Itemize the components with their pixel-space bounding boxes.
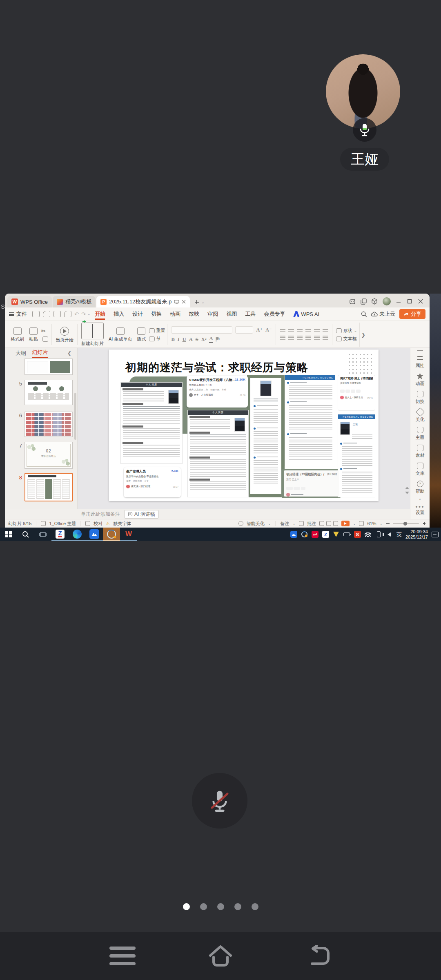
- current-slide[interactable]: 初期的迷茫与尝试：求职经历与策略 个人简历: [109, 350, 379, 501]
- zoom-in-icon[interactable]: [422, 521, 426, 526]
- theme-name[interactable]: 1_Office 主题: [49, 521, 76, 527]
- tray-z-icon[interactable]: Z: [322, 531, 329, 538]
- minimize-icon[interactable]: [394, 297, 403, 306]
- normal-view-icon[interactable]: [319, 521, 324, 526]
- slide-thumbnail-6[interactable]: [24, 412, 73, 437]
- tray-meeting-icon[interactable]: [290, 531, 297, 538]
- undo-icon[interactable]: ↶: [74, 311, 79, 317]
- ai-generate-page-button[interactable]: AI 生成单页: [106, 323, 134, 347]
- page-dot-5[interactable]: [252, 903, 258, 910]
- chevron-down-icon[interactable]: ⌄: [87, 312, 91, 316]
- sidebar-item-materials[interactable]: 素材: [416, 445, 425, 459]
- indent-icon[interactable]: [305, 329, 311, 334]
- chevron-down-icon[interactable]: ⌄: [418, 496, 421, 501]
- menu-item-wps-ai[interactable]: WPS AI: [290, 310, 323, 319]
- add-slide-button[interactable]: [46, 502, 55, 511]
- action-center-icon[interactable]: [432, 531, 439, 538]
- bullet-list-icon[interactable]: [280, 329, 285, 334]
- textbox-button[interactable]: 文本框: [343, 336, 357, 342]
- reset-button[interactable]: 重置: [156, 327, 165, 334]
- tray-wifi-icon[interactable]: [365, 531, 372, 538]
- print-icon[interactable]: [53, 311, 61, 317]
- reading-view-icon[interactable]: [333, 521, 338, 526]
- slide-sorter-icon[interactable]: [326, 521, 331, 526]
- redo-icon[interactable]: ↷: [81, 311, 86, 317]
- next-slide-icon[interactable]: [405, 492, 409, 494]
- save-icon[interactable]: [32, 311, 40, 317]
- taskbar-app-active-share[interactable]: [103, 528, 120, 541]
- shapes-button[interactable]: 形状: [343, 327, 352, 334]
- new-tab-button[interactable]: ⌄: [194, 299, 205, 305]
- maximize-icon[interactable]: [405, 297, 414, 306]
- tray-security-icon[interactable]: [333, 531, 340, 538]
- line-spacing-icon[interactable]: [323, 329, 328, 334]
- input-language-indicator[interactable]: 英: [396, 531, 402, 538]
- comments-button[interactable]: 批注: [307, 521, 316, 527]
- menu-item-membership[interactable]: 会员专享: [260, 309, 289, 319]
- menu-item-design[interactable]: 设计: [129, 309, 147, 319]
- menu-item-animation[interactable]: 动画: [166, 309, 184, 319]
- more-dots-icon[interactable]: ●●●: [415, 505, 424, 509]
- slide-thumbnail-7[interactable]: 02 求职过程经历: [24, 442, 73, 469]
- ribbon-expand-button[interactable]: ❯: [359, 323, 367, 347]
- section-button[interactable]: 节: [156, 336, 160, 342]
- notes-placeholder[interactable]: 单击此处添加备注: [81, 511, 120, 518]
- panel-tab-outline[interactable]: 大纲: [16, 350, 26, 357]
- new-slide-button[interactable]: 新建幻灯片: [79, 323, 106, 347]
- tab-wps-home[interactable]: W WPS Office: [7, 296, 52, 307]
- sidebar-item-transition[interactable]: 切换: [416, 391, 425, 405]
- menu-item-tools[interactable]: 工具: [241, 309, 259, 319]
- sidebar-item-library[interactable]: 文库: [416, 463, 425, 477]
- zoom-out-icon[interactable]: [386, 523, 390, 524]
- page-dot-1-active[interactable]: [183, 903, 190, 910]
- zoom-level[interactable]: 61%: [367, 521, 376, 526]
- slide-thumbnail-8-selected[interactable]: [24, 473, 73, 501]
- zoom-slider[interactable]: [393, 523, 419, 524]
- file-menu[interactable]: 文件: [9, 310, 27, 318]
- columns-icon[interactable]: [323, 336, 328, 340]
- tray-share-app-icon[interactable]: [301, 531, 308, 538]
- menu-item-insert[interactable]: 插入: [110, 309, 128, 319]
- sidebar-item-properties[interactable]: 属性: [416, 356, 425, 369]
- zoom-slider-knob[interactable]: [403, 522, 407, 526]
- font-family-select[interactable]: [171, 326, 232, 334]
- page-dot-3[interactable]: [217, 903, 224, 910]
- participant-avatar[interactable]: [326, 54, 400, 129]
- slide-thumbnail-4[interactable]: [24, 359, 73, 375]
- panel-tab-slides[interactable]: 幻灯片: [32, 349, 48, 358]
- align-center-icon[interactable]: [288, 336, 294, 340]
- taskbar-search-button[interactable]: [17, 528, 34, 541]
- text-direction-icon[interactable]: [314, 329, 320, 334]
- copy-icon[interactable]: [42, 336, 48, 342]
- char-border-button[interactable]: A: [189, 336, 193, 343]
- underline-button[interactable]: U: [183, 336, 186, 343]
- sidebar-settings[interactable]: 设置: [416, 510, 425, 516]
- tray-volume-icon[interactable]: [386, 531, 393, 538]
- fit-window-icon[interactable]: [359, 521, 364, 526]
- account-avatar[interactable]: [383, 297, 391, 305]
- superscript-button[interactable]: X²: [201, 336, 207, 343]
- sidebar-item-animation[interactable]: 动画: [416, 373, 425, 387]
- slide-thumbnail-5[interactable]: [24, 380, 73, 405]
- collapse-panel-icon[interactable]: ❮: [67, 350, 71, 356]
- page-dot-2[interactable]: [200, 903, 207, 910]
- cloud-status[interactable]: 未上云: [371, 310, 395, 318]
- panel-scrollbar[interactable]: [74, 393, 76, 440]
- cut-icon[interactable]: ✂: [41, 328, 49, 334]
- menu-item-review[interactable]: 审阅: [204, 309, 222, 319]
- menu-item-slideshow[interactable]: 放映: [185, 309, 203, 319]
- format-painter-button[interactable]: 格式刷: [8, 323, 27, 347]
- slide-nav-arrows[interactable]: [405, 487, 409, 494]
- menu-item-transition[interactable]: 切换: [147, 309, 165, 319]
- sidebar-item-help[interactable]: ? 帮助: [416, 481, 425, 494]
- workspace-box-icon[interactable]: [370, 297, 379, 306]
- missing-font-button[interactable]: 缺失字体: [113, 521, 131, 527]
- italic-button[interactable]: I: [178, 336, 180, 343]
- tray-battery-icon[interactable]: [343, 531, 350, 538]
- outdent-icon[interactable]: [297, 329, 303, 334]
- numbered-list-icon[interactable]: [288, 329, 294, 334]
- close-window-icon[interactable]: [416, 297, 425, 306]
- page-dot-4[interactable]: [234, 903, 241, 910]
- ai-speech-button[interactable]: AI 演讲稿: [124, 510, 159, 519]
- start-button[interactable]: [0, 528, 17, 541]
